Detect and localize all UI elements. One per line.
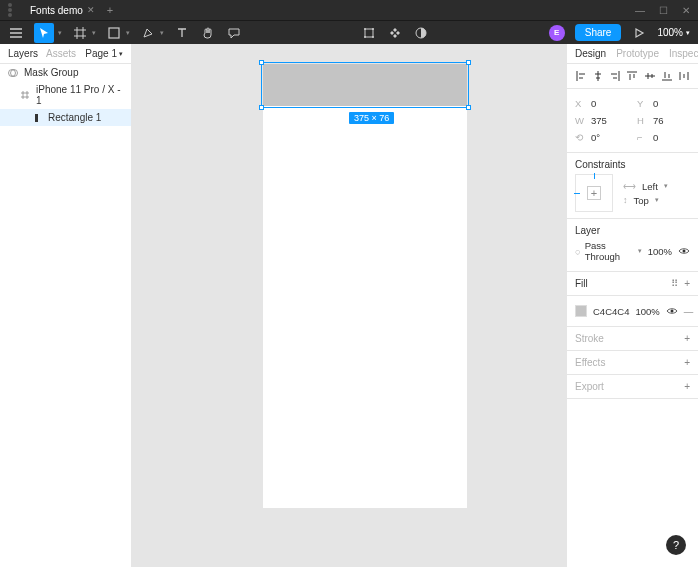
export-title: Export (575, 381, 604, 392)
distribute-icon[interactable] (678, 70, 690, 82)
align-vcenter-icon[interactable] (644, 70, 656, 82)
radius-input[interactable]: 0 (653, 132, 687, 143)
mask-icon[interactable] (413, 25, 429, 41)
menu-icon[interactable] (8, 25, 24, 41)
close-window-icon[interactable]: ✕ (682, 5, 690, 16)
layer-label: Mask Group (24, 67, 78, 78)
maximize-icon[interactable]: ☐ (659, 5, 668, 16)
visibility-icon[interactable] (678, 247, 690, 255)
rotation-input[interactable]: 0° (591, 132, 625, 143)
layer-opacity-input[interactable]: 100% (648, 246, 672, 257)
frame-icon (20, 90, 30, 100)
align-hcenter-icon[interactable] (592, 70, 604, 82)
avatar[interactable]: E (549, 25, 565, 41)
page-selector[interactable]: Page 1▾ (85, 48, 123, 59)
align-bottom-icon[interactable] (661, 70, 673, 82)
layer-label: Rectangle 1 (48, 112, 101, 123)
figma-logo-icon (8, 3, 18, 17)
style-icon[interactable]: ⠿ (671, 278, 678, 289)
svg-point-5 (372, 36, 374, 38)
comment-tool[interactable] (226, 25, 242, 41)
constraint-v-select[interactable]: Top (634, 195, 649, 206)
hand-tool[interactable] (200, 25, 216, 41)
radius-icon: ⌐ (637, 132, 647, 143)
layers-panel: Layers Assets Page 1▾ Mask Group iPhone … (0, 44, 132, 567)
present-icon[interactable] (631, 25, 647, 41)
canvas[interactable]: 375 × 76 (132, 44, 566, 567)
new-tab-button[interactable]: + (107, 4, 113, 16)
fill-hex-input[interactable]: C4C4C4 (593, 306, 629, 317)
w-label: W (575, 115, 585, 126)
help-button[interactable]: ? (666, 535, 686, 555)
tab-layers[interactable]: Layers (8, 48, 38, 59)
remove-fill-icon[interactable]: — (684, 306, 694, 317)
shape-tool[interactable] (106, 25, 122, 41)
text-tool[interactable] (174, 25, 190, 41)
fill-opacity-input[interactable]: 100% (635, 306, 659, 317)
mask-group-icon (8, 68, 18, 78)
align-right-icon[interactable] (609, 70, 621, 82)
fill-swatch[interactable] (575, 305, 587, 317)
svg-point-11 (670, 310, 673, 313)
y-label: Y (637, 98, 647, 109)
constraint-h-select[interactable]: Left (642, 181, 658, 192)
inspector-panel: Design Prototype Inspect X0 Y0 W375 H76 (566, 44, 698, 567)
layer-mask-group[interactable]: Mask Group (0, 64, 131, 81)
pen-tool[interactable] (140, 25, 156, 41)
chevron-down-icon[interactable]: ▾ (92, 29, 96, 37)
close-icon[interactable]: ✕ (87, 5, 95, 15)
share-button[interactable]: Share (575, 24, 622, 41)
move-tool[interactable] (34, 23, 54, 43)
effects-title: Effects (575, 357, 605, 368)
dimension-badge: 375 × 76 (349, 112, 394, 124)
h-input[interactable]: 76 (653, 115, 687, 126)
svg-point-4 (364, 36, 366, 38)
component-icon[interactable] (387, 25, 403, 41)
layer-section-title: Layer (575, 225, 690, 236)
toolbar: ▾ ▾ ▾ ▾ E Share 100%▾ (0, 20, 698, 44)
x-label: X (575, 98, 585, 109)
tab-prototype[interactable]: Prototype (616, 48, 659, 59)
titlebar: Fonts demo ✕ + — ☐ ✕ (0, 0, 698, 20)
h-label: H (637, 115, 647, 126)
w-input[interactable]: 375 (591, 115, 625, 126)
svg-rect-9 (35, 114, 38, 122)
layer-frame[interactable]: iPhone 11 Pro / X - 1 (0, 81, 131, 109)
zoom-control[interactable]: 100%▾ (657, 27, 690, 38)
y-input[interactable]: 0 (653, 98, 687, 109)
constraints-title: Constraints (575, 159, 690, 170)
svg-point-2 (364, 28, 366, 30)
frame-select-icon[interactable] (361, 25, 377, 41)
layer-label: iPhone 11 Pro / X - 1 (36, 84, 123, 106)
tab-assets[interactable]: Assets (46, 48, 76, 59)
minimize-icon[interactable]: — (635, 5, 645, 16)
align-top-icon[interactable] (626, 70, 638, 82)
file-name: Fonts demo (30, 5, 83, 16)
file-tab[interactable]: Fonts demo ✕ (24, 3, 101, 18)
fill-title: Fill (575, 278, 588, 289)
constraints-widget[interactable]: + (575, 174, 613, 212)
chevron-down-icon[interactable]: ▾ (160, 29, 164, 37)
svg-point-10 (683, 250, 686, 253)
selection-outline (261, 62, 469, 108)
tab-inspect[interactable]: Inspect (669, 48, 698, 59)
chevron-down-icon[interactable]: ▾ (58, 29, 62, 37)
layer-rectangle[interactable]: Rectangle 1 (0, 109, 131, 126)
add-fill-icon[interactable]: + (684, 278, 690, 289)
svg-rect-0 (109, 28, 119, 38)
canvas-frame[interactable] (263, 64, 467, 508)
add-stroke-icon[interactable]: + (684, 333, 690, 344)
x-input[interactable]: 0 (591, 98, 625, 109)
chevron-down-icon[interactable]: ▾ (126, 29, 130, 37)
align-left-icon[interactable] (575, 70, 587, 82)
stroke-title: Stroke (575, 333, 604, 344)
svg-rect-1 (365, 29, 373, 37)
fill-visibility-icon[interactable] (666, 307, 678, 315)
blend-mode-select[interactable]: Pass Through (585, 240, 634, 262)
tab-design[interactable]: Design (575, 48, 606, 59)
rotation-icon: ⟲ (575, 132, 585, 143)
add-effect-icon[interactable]: + (684, 357, 690, 368)
frame-tool[interactable] (72, 25, 88, 41)
svg-point-3 (372, 28, 374, 30)
add-export-icon[interactable]: + (684, 381, 690, 392)
